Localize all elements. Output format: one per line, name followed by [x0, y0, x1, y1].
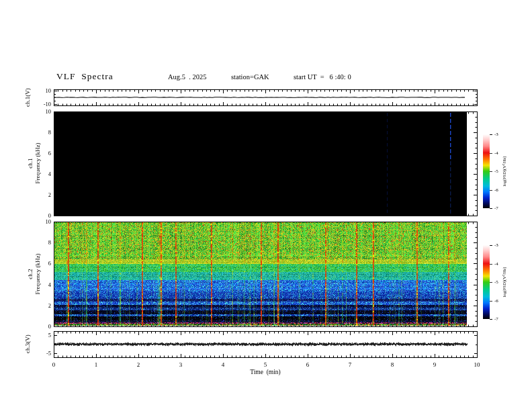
colorbar-tick-label: -3 — [494, 132, 498, 137]
x-tick-label: 6 — [306, 361, 310, 368]
start-ut-label: start UT = 6 :40: 0 — [294, 73, 351, 81]
ch2-frequency-axis-label: Frequency (kHz) — [34, 253, 41, 294]
colorbar-tick-label: -3 — [494, 242, 498, 248]
ch1-volt-y-tick-label: 10 — [46, 87, 52, 94]
ch2-spectrogram-channel-label: ch.2 — [27, 269, 34, 279]
ch2-spec-y-tick-label: 10 — [46, 218, 52, 225]
colorbar1-unit-label: log(PSD)(V²/Hz) — [502, 156, 506, 187]
x-tick-label: 3 — [179, 361, 183, 368]
ch3-volt-y-tick-label: -5 — [46, 350, 51, 357]
colorbar-tick-label: -6 — [494, 187, 498, 193]
colorbar-tick-label: -7 — [494, 205, 498, 211]
x-tick-label: 1 — [95, 361, 98, 368]
x-tick-label: 2 — [137, 361, 140, 368]
time-axis-label: Time (min) — [250, 369, 281, 375]
ch2-spec-y-tick-label: 2 — [48, 302, 51, 309]
x-tick-label: 8 — [391, 361, 394, 368]
ch2-spec-y-tick-label: 0 — [48, 323, 51, 330]
figure-title: VLF Spectra — [56, 71, 114, 82]
x-tick-label: 5 — [264, 361, 267, 368]
date-label: Aug.5 . 2025 — [168, 73, 206, 81]
colorbar2-unit-label: log(PSD)(V²/Hz) — [502, 267, 506, 298]
colorbar-tick-label: -5 — [494, 169, 498, 174]
colorbar-tick-label: -7 — [494, 316, 498, 322]
x-tick-label: 9 — [433, 361, 437, 368]
plot-canvas — [0, 0, 532, 411]
ch1-voltage-axis-label: ch.1(V) — [24, 88, 31, 107]
ch1-spec-y-tick-label: 2 — [48, 191, 51, 198]
colorbar-tick-label: -4 — [494, 261, 498, 267]
x-tick-label: 10 — [474, 361, 480, 368]
ch3-voltage-axis-label: ch.3(V) — [24, 334, 31, 353]
ch1-spec-y-tick-label: 8 — [48, 129, 51, 136]
colorbar-tick-label: -5 — [494, 279, 498, 285]
colorbar-tick-label: -4 — [494, 150, 498, 156]
ch1-volt-y-tick-label: -10 — [44, 101, 51, 107]
ch1-spec-y-tick-label: 10 — [46, 108, 52, 115]
vlf-spectra-figure: VLF Spectra Aug.5 . 2025 station=GAK sta… — [0, 0, 532, 411]
ch3-volt-y-tick-label: 5 — [48, 332, 51, 338]
ch2-spec-y-tick-label: 4 — [48, 281, 51, 288]
ch1-spectrogram-channel-label: ch.1 — [27, 158, 34, 168]
x-tick-label: 4 — [222, 361, 225, 368]
station-label: station=GAK — [231, 73, 269, 81]
ch1-spec-y-tick-label: 4 — [48, 171, 51, 177]
colorbar-tick-label: -6 — [494, 298, 498, 304]
x-tick-label: 7 — [349, 361, 352, 368]
ch1-spec-y-tick-label: 6 — [48, 150, 51, 156]
ch2-spec-y-tick-label: 8 — [48, 239, 51, 246]
ch2-spec-y-tick-label: 6 — [48, 260, 51, 267]
x-tick-label: 0 — [52, 361, 56, 368]
ch1-frequency-axis-label: Frequency (kHz) — [34, 142, 41, 183]
